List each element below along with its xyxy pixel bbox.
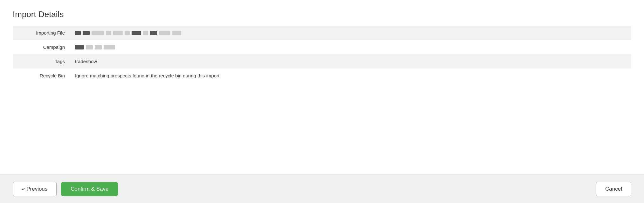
redacted-block [159,31,170,35]
redacted-block [132,31,141,35]
value-campaign [70,40,631,54]
redacted-block [75,45,84,49]
confirm-save-button[interactable]: Confirm & Save [61,182,118,196]
details-table: Importing File [13,26,631,83]
redacted-block [172,31,181,35]
table-row-importing-file: Importing File [13,26,631,40]
table-row-tags: Tags tradeshow [13,54,631,69]
redacted-block [86,45,93,49]
redacted-block [75,31,81,35]
redacted-block [143,31,148,35]
redacted-block [106,31,111,35]
redacted-block [83,31,90,35]
label-importing-file: Importing File [13,26,70,40]
footer-left-actions: « Previous Confirm & Save [13,182,118,196]
redacted-block [95,45,102,49]
footer: « Previous Confirm & Save Cancel [0,174,644,203]
label-campaign: Campaign [13,40,70,54]
redacted-block [92,31,104,35]
redacted-block [104,45,115,49]
value-importing-file [70,26,631,40]
previous-button[interactable]: « Previous [13,182,57,196]
cancel-button[interactable]: Cancel [596,182,631,196]
label-tags: Tags [13,54,70,69]
table-row-recycle-bin: Recycle Bin Ignore matching prospects fo… [13,69,631,83]
value-tags: tradeshow [70,54,631,69]
page-title: Import Details [13,10,631,19]
value-recycle-bin: Ignore matching prospects found in the r… [70,69,631,83]
table-row-campaign: Campaign [13,40,631,54]
redacted-block [150,31,157,35]
label-recycle-bin: Recycle Bin [13,69,70,83]
main-content: Import Details Importing File [0,0,644,174]
redacted-block [113,31,123,35]
redacted-block [125,31,130,35]
